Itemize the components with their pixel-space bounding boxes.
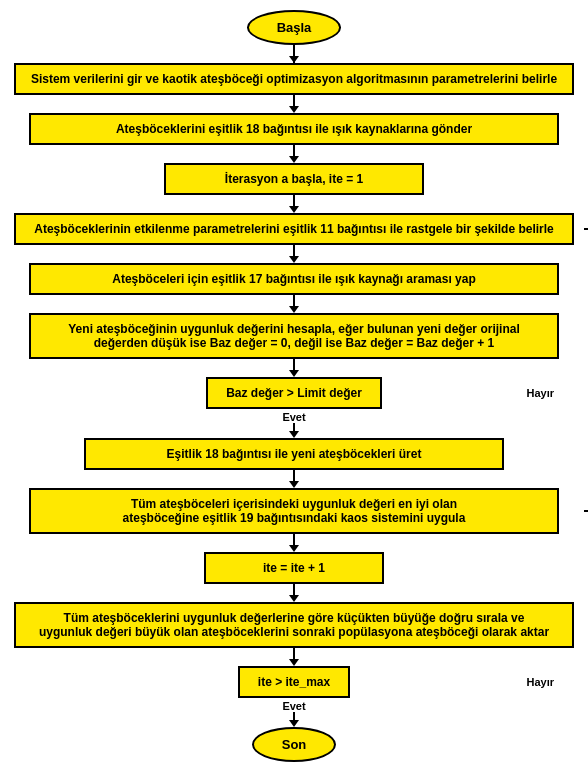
- step4-node: Ateşböceklerinin etkilenme parametreleri…: [4, 213, 584, 245]
- step3-rect: İterasyon a başla, ite = 1: [164, 163, 424, 195]
- step2-node: Ateşböceklerini eşitlik 18 bağıntısı ile…: [4, 113, 584, 145]
- end-oval: Son: [252, 727, 337, 762]
- step7-node: Eşitlik 18 bağıntısı ile yeni ateşböcekl…: [4, 438, 584, 470]
- evet2-label-row: Evet: [4, 700, 584, 712]
- step6-node: Yeni ateşböceğinin uygunluk değerini hes…: [4, 313, 584, 359]
- step8-node: Tüm ateşböceleri içerisindeki uygunluk d…: [4, 488, 584, 534]
- hayir2-label: Hayır: [526, 676, 554, 688]
- step9-node: ite = ite + 1: [4, 552, 584, 584]
- start-oval: Başla: [247, 10, 342, 45]
- step5-node: Ateşböceleri için eşitlik 17 bağıntısı i…: [4, 263, 584, 295]
- evet1-label: Evet: [282, 411, 305, 423]
- decision1-row: Baz değer > Limit değer Hayır: [4, 377, 584, 409]
- flowchart: Başla Sistem verilerini gir ve kaotik at…: [4, 10, 584, 762]
- step6-rect: Yeni ateşböceğinin uygunluk değerini hes…: [29, 313, 559, 359]
- step10-node: Tüm ateşböceklerini uygunluk değerlerine…: [4, 602, 584, 648]
- step3-node: İterasyon a başla, ite = 1: [4, 163, 584, 195]
- step7-rect: Eşitlik 18 bağıntısı ile yeni ateşböcekl…: [84, 438, 504, 470]
- step5-rect: Ateşböceleri için eşitlik 17 bağıntısı i…: [29, 263, 559, 295]
- start-node: Başla: [4, 10, 584, 45]
- evet1-label-row: Evet: [4, 411, 584, 423]
- step9-rect: ite = ite + 1: [204, 552, 384, 584]
- step2-rect: Ateşböceklerini eşitlik 18 bağıntısı ile…: [29, 113, 559, 145]
- step10-rect: Tüm ateşböceklerini uygunluk değerlerine…: [14, 602, 574, 648]
- hayir1-label: Hayır: [526, 387, 554, 399]
- decision2-row: ite > ite_max Hayır: [4, 666, 584, 698]
- decision1-diamond: Baz değer > Limit değer: [206, 377, 382, 409]
- step1-node: Sistem verilerini gir ve kaotik ateşböce…: [4, 63, 584, 95]
- step4-rect: Ateşböceklerinin etkilenme parametreleri…: [14, 213, 574, 245]
- step1-rect: Sistem verilerini gir ve kaotik ateşböce…: [14, 63, 574, 95]
- step8-rect: Tüm ateşböceleri içerisindeki uygunluk d…: [29, 488, 559, 534]
- decision2-diamond: ite > ite_max: [238, 666, 350, 698]
- evet2-label: Evet: [282, 700, 305, 712]
- end-node: Son: [4, 727, 584, 762]
